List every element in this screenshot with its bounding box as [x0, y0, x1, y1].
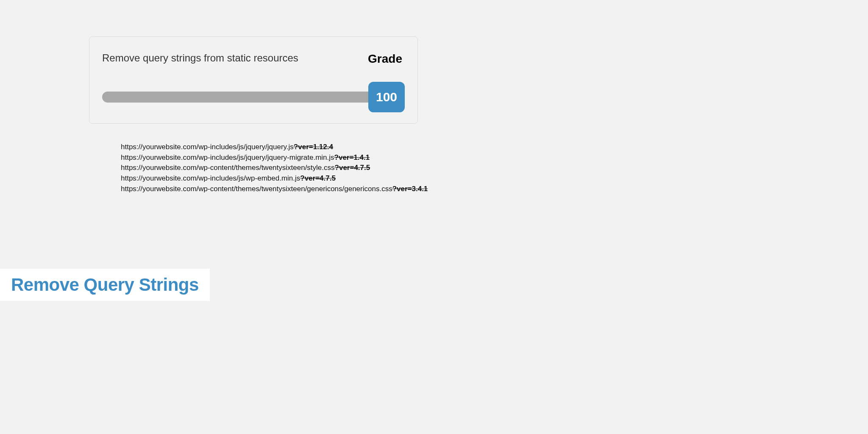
url-query-string: ?ver=3.4.1 — [392, 185, 428, 193]
card-title: Remove query strings from static resourc… — [102, 52, 298, 64]
url-query-string: ?ver=4.7.5 — [300, 174, 336, 182]
banner-title: Remove Query Strings — [11, 275, 199, 295]
score-badge: 100 — [368, 82, 405, 112]
url-base: https://yourwebsite.com/wp-includes/js/w… — [121, 174, 300, 182]
url-line: https://yourwebsite.com/wp-includes/js/w… — [121, 173, 428, 184]
url-line: https://yourwebsite.com/wp-content/theme… — [121, 163, 428, 173]
url-base: https://yourwebsite.com/wp-includes/js/j… — [121, 143, 294, 151]
url-query-string: ?ver=1.12.4 — [294, 143, 333, 151]
url-list: https://yourwebsite.com/wp-includes/js/j… — [121, 142, 428, 194]
grade-card: Remove query strings from static resourc… — [89, 36, 418, 124]
grade-label: Grade — [368, 52, 402, 66]
progress-row: 100 — [102, 82, 405, 112]
url-query-string: ?ver=1.4.1 — [334, 153, 370, 161]
url-line: https://yourwebsite.com/wp-content/theme… — [121, 184, 428, 195]
progress-bar — [102, 92, 370, 103]
page-banner: Remove Query Strings — [0, 269, 210, 301]
url-base: https://yourwebsite.com/wp-includes/js/j… — [121, 153, 334, 161]
card-header: Remove query strings from static resourc… — [102, 52, 405, 66]
url-base: https://yourwebsite.com/wp-content/theme… — [121, 185, 392, 193]
url-line: https://yourwebsite.com/wp-includes/js/j… — [121, 142, 428, 153]
url-query-string: ?ver=4.7.5 — [335, 164, 370, 172]
url-base: https://yourwebsite.com/wp-content/theme… — [121, 164, 335, 172]
url-line: https://yourwebsite.com/wp-includes/js/j… — [121, 153, 428, 163]
